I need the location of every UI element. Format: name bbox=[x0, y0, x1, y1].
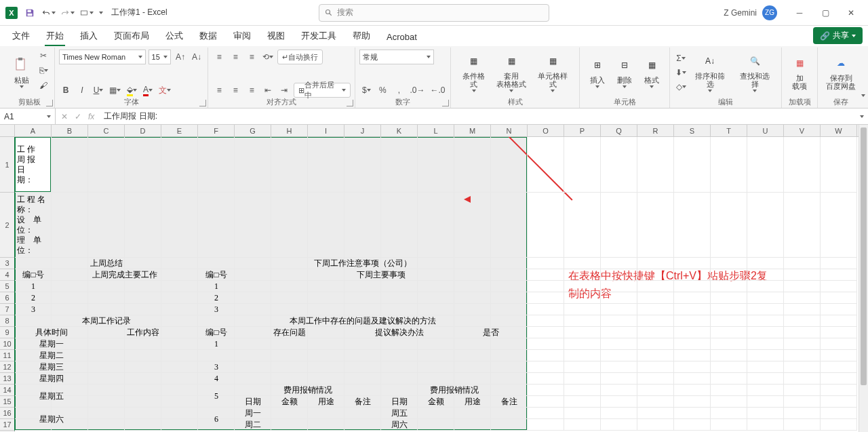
cell[interactable]: 星期五 bbox=[15, 385, 88, 408]
col-header-R[interactable]: R bbox=[637, 125, 674, 136]
cell[interactable]: 工 作 周 报 日 期： bbox=[15, 137, 52, 193]
redo-icon[interactable] bbox=[61, 6, 75, 20]
col-header-W[interactable]: W bbox=[821, 125, 857, 136]
row-header-12[interactable]: 12 bbox=[0, 361, 14, 373]
cell[interactable]: 是否 bbox=[454, 327, 528, 338]
phonetic-icon[interactable]: 文 bbox=[157, 83, 172, 97]
format-painter-icon[interactable]: 🖌 bbox=[37, 79, 50, 92]
col-header-O[interactable]: O bbox=[528, 125, 564, 136]
indent-dec-icon[interactable]: ⇤ bbox=[261, 83, 275, 97]
paste-button[interactable]: 粘贴 bbox=[8, 49, 35, 95]
align-middle-icon[interactable]: ≡ bbox=[229, 50, 242, 64]
cell[interactable]: 下周工作注意事项（公司） bbox=[198, 258, 528, 269]
qat-more-icon[interactable] bbox=[99, 12, 103, 14]
cell[interactable]: 存在问题 bbox=[235, 327, 344, 338]
cell[interactable]: 1 bbox=[198, 281, 235, 292]
cell[interactable]: 3 bbox=[15, 304, 52, 315]
tab-help[interactable]: 帮助 bbox=[346, 26, 377, 46]
share-button[interactable]: 🔗 共享 bbox=[813, 27, 863, 44]
cell[interactable]: 星期六 bbox=[15, 408, 88, 431]
user-name[interactable]: Z Gemini bbox=[724, 8, 757, 18]
col-header-Q[interactable]: Q bbox=[601, 125, 637, 136]
grow-font-icon[interactable]: A↑ bbox=[174, 50, 187, 64]
cell[interactable]: 上周完成主要工作 bbox=[52, 269, 198, 281]
grid[interactable]: 在表格中按快捷键【Ctrl+V】粘贴步骤2复 制的内容 工 作 周 报 日 期：… bbox=[15, 137, 868, 432]
row-header-11[interactable]: 11 bbox=[0, 350, 14, 361]
cell[interactable]: 费用报销情况 bbox=[381, 385, 528, 396]
tab-dev[interactable]: 开发工具 bbox=[294, 26, 343, 46]
col-header-N[interactable]: N bbox=[491, 125, 528, 136]
orientation-icon[interactable]: ⟲ bbox=[261, 50, 275, 64]
col-header-C[interactable]: C bbox=[88, 125, 125, 136]
close-button[interactable]: ✕ bbox=[840, 4, 863, 22]
cell[interactable]: 4 bbox=[198, 373, 235, 385]
row-header-6[interactable]: 6 bbox=[0, 292, 14, 304]
cell[interactable]: 日期 bbox=[235, 396, 271, 408]
fill-color-icon[interactable]: ⬙ bbox=[125, 83, 138, 97]
expand-formula-icon[interactable] bbox=[860, 115, 864, 118]
formula-input[interactable]: 工作周报 日期: bbox=[100, 111, 860, 122]
cell[interactable]: 5 bbox=[198, 385, 235, 408]
tab-file[interactable]: 文件 bbox=[5, 26, 37, 46]
addins-button[interactable]: ▦加 载项 bbox=[786, 49, 813, 95]
tab-acrobat[interactable]: Acrobat bbox=[380, 28, 424, 46]
cond-format-button[interactable]: ▦条件格式 bbox=[455, 49, 492, 95]
row-header-15[interactable]: 15 bbox=[0, 396, 14, 408]
col-header-E[interactable]: E bbox=[161, 125, 198, 136]
cell[interactable]: 工 程 名 称： 设 单 位： 理 单 位： bbox=[15, 193, 52, 258]
row-header-4[interactable]: 4 bbox=[0, 269, 14, 281]
col-header-A[interactable]: A bbox=[15, 125, 52, 136]
cell[interactable]: 周六 bbox=[381, 419, 418, 431]
tab-home[interactable]: 开始 bbox=[39, 26, 71, 46]
align-left-icon[interactable]: ≡ bbox=[212, 83, 226, 97]
align-bottom-icon[interactable]: ≡ bbox=[245, 50, 258, 64]
cell[interactable]: 用途 bbox=[454, 396, 491, 408]
font-name-select[interactable]: Times New Roman bbox=[59, 50, 146, 64]
cell[interactable]: 3 bbox=[198, 361, 235, 373]
format-cells-button[interactable]: ▦格式 bbox=[638, 49, 665, 95]
col-header-V[interactable]: V bbox=[784, 125, 821, 136]
align-center-icon[interactable]: ≡ bbox=[229, 83, 242, 97]
cell[interactable]: 星期三 bbox=[15, 361, 88, 373]
cell[interactable]: 具体时间 bbox=[15, 327, 88, 338]
cell[interactable]: 编□号 bbox=[198, 269, 235, 281]
wrap-text-button[interactable]: ↵ 自动换行 bbox=[277, 50, 323, 64]
tab-layout[interactable]: 页面布局 bbox=[107, 26, 156, 46]
cell[interactable]: 本周工作记录 bbox=[15, 315, 198, 327]
tab-data[interactable]: 数据 bbox=[193, 26, 224, 46]
customize-qat-icon[interactable] bbox=[80, 6, 94, 20]
autosum-icon[interactable]: Σ bbox=[674, 52, 688, 65]
row-header-13[interactable]: 13 bbox=[0, 373, 14, 385]
italic-icon[interactable]: I bbox=[75, 83, 89, 97]
maximize-button[interactable]: ▢ bbox=[814, 4, 837, 22]
font-color-icon[interactable]: A bbox=[141, 83, 155, 97]
font-size-select[interactable]: 15 bbox=[149, 50, 172, 64]
cell[interactable]: 金额 bbox=[271, 396, 308, 408]
shrink-font-icon[interactable]: A↓ bbox=[190, 50, 203, 64]
col-header-D[interactable]: D bbox=[125, 125, 161, 136]
cell[interactable]: 星期一 bbox=[15, 338, 88, 350]
number-launcher[interactable] bbox=[442, 100, 449, 106]
cell[interactable]: 周五 bbox=[381, 408, 418, 419]
col-header-U[interactable]: U bbox=[747, 125, 784, 136]
baidu-save-button[interactable]: ☁保存到 百度网盘 bbox=[822, 49, 860, 95]
col-header-K[interactable]: K bbox=[381, 125, 418, 136]
row-header-7[interactable]: 7 bbox=[0, 304, 14, 315]
border-icon[interactable]: ▦ bbox=[108, 83, 122, 97]
cell[interactable]: 金额 bbox=[418, 396, 454, 408]
enter-formula-icon[interactable]: ✓ bbox=[72, 112, 84, 121]
cell[interactable]: 本周工作中存在的问题及建议解决的方法 bbox=[198, 315, 528, 327]
search-box[interactable]: 搜索 bbox=[319, 4, 549, 22]
cell[interactable]: 1 bbox=[15, 281, 52, 292]
name-box[interactable]: A1 bbox=[0, 109, 56, 124]
copy-icon[interactable]: ⎘ bbox=[37, 64, 50, 77]
row-header-3[interactable]: 3 bbox=[0, 258, 14, 269]
collapse-ribbon-icon[interactable] bbox=[861, 97, 865, 106]
cell[interactable]: 星期二 bbox=[15, 350, 88, 361]
cell[interactable]: 3 bbox=[198, 304, 235, 315]
dec-decimal-icon[interactable]: ←.0 bbox=[429, 83, 446, 97]
col-header-L[interactable]: L bbox=[418, 125, 454, 136]
cell[interactable]: 编□号 bbox=[198, 327, 235, 338]
col-header-S[interactable]: S bbox=[674, 125, 711, 136]
cell[interactable]: 费用报销情况 bbox=[235, 385, 381, 396]
